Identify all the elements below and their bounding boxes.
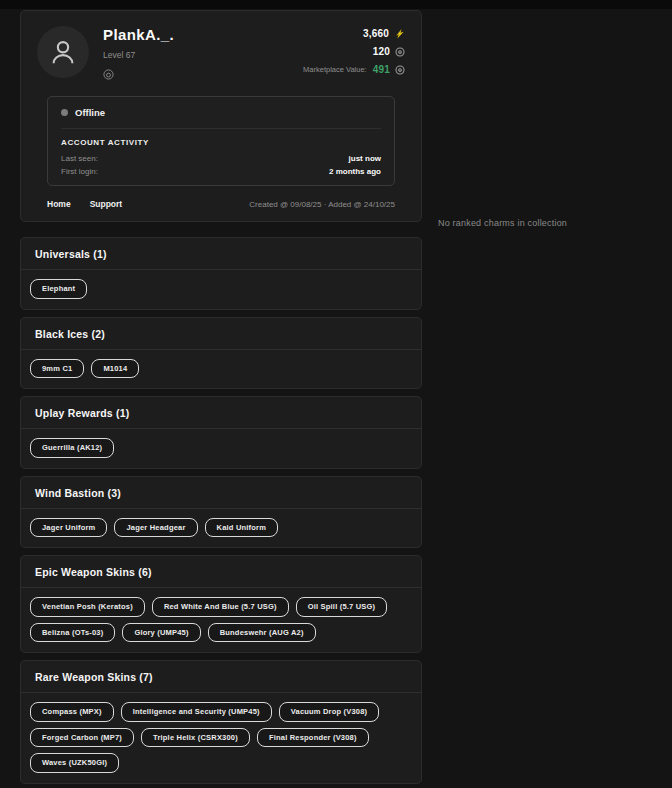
nav-home[interactable]: Home	[47, 199, 71, 209]
last-seen-row: Last seen: just now	[61, 154, 381, 163]
profile-nav: Home Support Created @ 09/08/25 · Added …	[37, 199, 405, 209]
first-login-value: 2 months ago	[329, 167, 381, 176]
item-chip[interactable]: Red White And Blue (5.7 USG)	[152, 597, 289, 617]
section-title: Universals (1)	[21, 238, 421, 270]
section-title: Rare Weapon Skins (7)	[21, 661, 421, 693]
coin-icon	[395, 47, 405, 57]
first-login-label: First login:	[61, 167, 98, 176]
item-chip[interactable]: Triple Helix (CSRX300)	[141, 728, 250, 748]
r6-credits-icon	[394, 28, 405, 39]
item-chip[interactable]: Jager Uniform	[30, 518, 107, 538]
identity-block: PlankA._. Level 67	[103, 26, 303, 84]
level-label: Level 67	[103, 50, 303, 60]
item-chip[interactable]: Vacuum Drop (V308)	[279, 702, 380, 722]
item-chip[interactable]: Kaid Uniform	[205, 518, 278, 538]
section-items: Venetian Posh (Keratos)Red White And Blu…	[21, 588, 421, 652]
section-items: Guerrilla (AK12)	[21, 429, 421, 468]
item-chip[interactable]: Venetian Posh (Keratos)	[30, 597, 145, 617]
section-items: 9mm C1M1014	[21, 350, 421, 389]
collection-section: Rare Weapon Skins (7) Compass (MPX)Intel…	[20, 660, 422, 784]
marketplace-value: 491	[373, 64, 390, 75]
section-title: Wind Bastion (3)	[21, 477, 421, 509]
item-chip[interactable]: Compass (MPX)	[30, 702, 114, 722]
item-chip[interactable]: Final Responder (V308)	[257, 728, 369, 748]
item-chip[interactable]: Bundeswehr (AUG A2)	[208, 623, 316, 643]
account-status-box: Offline ACCOUNT ACTIVITY Last seen: just…	[47, 96, 395, 186]
collection-section: Wind Bastion (3) Jager UniformJager Head…	[20, 476, 422, 549]
section-items: Elephant	[21, 270, 421, 309]
section-items: Compass (MPX)Intelligence and Security (…	[21, 693, 421, 783]
profile-header: PlankA._. Level 67 3,660 120	[37, 26, 405, 84]
profile-card: PlankA._. Level 67 3,660 120	[20, 10, 422, 222]
credits-stat: 3,660	[363, 28, 405, 39]
section-items: Jager UniformJager HeadgearKaid Uniform	[21, 509, 421, 548]
username: PlankA._.	[103, 26, 303, 43]
last-seen-value: just now	[349, 154, 381, 163]
last-seen-label: Last seen:	[61, 154, 98, 163]
main-column: PlankA._. Level 67 3,660 120	[20, 10, 422, 788]
item-chip[interactable]: Belizna (OTs-03)	[30, 623, 115, 643]
coin-icon	[395, 65, 405, 75]
item-chip[interactable]: Waves (UZK50GI)	[30, 753, 119, 773]
collection-section: Epic Weapon Skins (6) Venetian Posh (Ker…	[20, 555, 422, 653]
renown-stat: 120	[373, 46, 405, 57]
person-icon	[48, 37, 78, 67]
credits-value: 3,660	[363, 28, 389, 39]
item-chip[interactable]: Forged Carbon (MP7)	[30, 728, 134, 748]
item-chip[interactable]: M1014	[91, 359, 139, 379]
avatar	[37, 26, 89, 78]
nav-support[interactable]: Support	[90, 199, 123, 209]
window-top-strip	[0, 0, 672, 9]
collection-section: Universals (1) Elephant	[20, 237, 422, 310]
section-title: Epic Weapon Skins (6)	[21, 556, 421, 588]
item-chip[interactable]: Guerrilla (AK12)	[30, 438, 114, 458]
account-activity-title: ACCOUNT ACTIVITY	[61, 138, 381, 147]
created-added-meta: Created @ 09/08/25 · Added @ 24/10/25	[249, 200, 395, 209]
divider	[61, 128, 381, 129]
section-title: Black Ices (2)	[21, 318, 421, 350]
item-chip[interactable]: Elephant	[30, 279, 87, 299]
offline-status-dot	[61, 109, 68, 116]
marketplace-value-label: Marketplace Value:	[303, 65, 367, 74]
collection-section: Black Ices (2) 9mm C1M1014	[20, 317, 422, 390]
collection-section: Uplay Rewards (1) Guerrilla (AK12)	[20, 396, 422, 469]
section-title: Uplay Rewards (1)	[21, 397, 421, 429]
first-login-row: First login: 2 months ago	[61, 167, 381, 176]
currency-stats: 3,660 120 Marketplace Value: 491	[303, 26, 405, 75]
item-chip[interactable]: Oil Spill (5.7 USG)	[296, 597, 388, 617]
marketplace-value-stat: Marketplace Value: 491	[303, 64, 405, 75]
item-chip[interactable]: Glory (UMP45)	[122, 623, 200, 643]
item-chip[interactable]: 9mm C1	[30, 359, 84, 379]
status-label: Offline	[75, 107, 105, 118]
item-chip[interactable]: Jager Headgear	[114, 518, 197, 538]
status-row: Offline	[61, 107, 381, 118]
charms-empty-message: No ranked charms in collection	[438, 218, 567, 228]
item-chip[interactable]: Intelligence and Security (UMP45)	[121, 702, 272, 722]
renown-value: 120	[373, 46, 390, 57]
ubisoft-icon	[103, 69, 114, 80]
collection-sections: Universals (1) Elephant Black Ices (2) 9…	[20, 237, 422, 788]
